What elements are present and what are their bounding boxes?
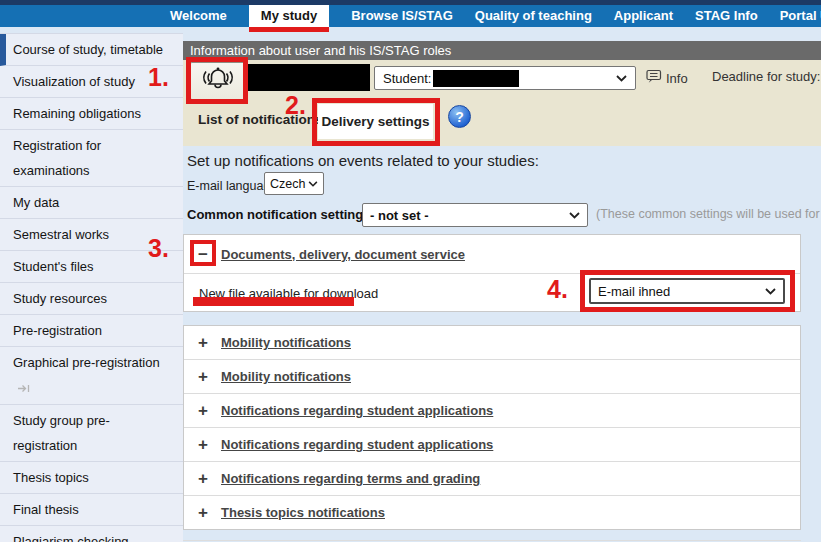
section-row-student-applications-1[interactable]: +Notifications regarding student applica… bbox=[184, 393, 800, 427]
setup-notifications-heading: Set up notifications on events related t… bbox=[187, 152, 539, 169]
email-language-select[interactable]: Czech bbox=[264, 172, 324, 195]
new-file-delivery-value: E-mail ihned bbox=[598, 284, 670, 299]
section-link[interactable]: Mobility notifications bbox=[221, 335, 351, 350]
sidebar-menu: Course of study, timetable Visualization… bbox=[0, 33, 183, 542]
nav-tab-stag-info[interactable]: STAG Info bbox=[695, 5, 758, 27]
section-link[interactable]: Mobility notifications bbox=[221, 369, 351, 384]
chevron-down-icon bbox=[569, 212, 580, 219]
common-settings-label: Common notification settings: bbox=[187, 207, 375, 222]
sidebar-item-study-group-pre-registration[interactable]: Study group pre-registration bbox=[0, 405, 183, 462]
sidebar-item-study-resources[interactable]: Study resources bbox=[0, 283, 183, 315]
collapse-minus-icon[interactable]: − bbox=[193, 246, 213, 263]
sidebar-item-final-thesis[interactable]: Final thesis bbox=[0, 494, 183, 526]
main-navigation: Welcome My study Browse IS/STAG Quality … bbox=[0, 5, 821, 27]
chevron-down-icon bbox=[616, 75, 627, 82]
bell-icon bbox=[198, 65, 238, 97]
expand-plus-icon[interactable]: + bbox=[193, 402, 213, 419]
common-settings-select[interactable]: - not set - bbox=[362, 203, 588, 227]
external-link-icon bbox=[17, 376, 30, 401]
section-link[interactable]: Thesis topics notifications bbox=[221, 505, 385, 520]
new-file-row-label: New file available for download bbox=[199, 286, 378, 301]
common-settings-note: (These common settings will be used for … bbox=[596, 207, 821, 221]
help-icon[interactable]: ? bbox=[448, 105, 471, 128]
expand-plus-icon[interactable]: + bbox=[193, 334, 213, 351]
expand-plus-icon[interactable]: + bbox=[193, 504, 213, 521]
nav-tab-welcome[interactable]: Welcome bbox=[170, 5, 227, 27]
sidebar-item-my-data[interactable]: My data bbox=[0, 187, 183, 219]
sidebar-item-semestral-works[interactable]: Semestral works bbox=[0, 219, 183, 251]
email-language-value: Czech bbox=[270, 177, 305, 191]
new-file-delivery-select[interactable]: E-mail ihned bbox=[589, 278, 785, 304]
documents-section-link[interactable]: Documents, delivery, document service bbox=[221, 247, 465, 262]
section-link[interactable]: Notifications regarding terms and gradin… bbox=[221, 471, 480, 486]
sidebar-item-remaining-obligations[interactable]: Remaining obligations bbox=[0, 98, 183, 130]
section-row-student-applications-2[interactable]: +Notifications regarding student applica… bbox=[184, 427, 800, 461]
chevron-down-icon bbox=[308, 181, 318, 187]
sidebar-item-course-of-study[interactable]: Course of study, timetable bbox=[0, 34, 183, 66]
chevron-down-icon bbox=[765, 288, 776, 295]
nav-tab-portal-up[interactable]: Portal UP bbox=[780, 5, 821, 27]
collapsed-sections-list: +Mobility notifications +Mobility notifi… bbox=[183, 325, 801, 530]
sidebar-item-graphical-pre-registration[interactable]: Graphical pre-registration bbox=[0, 347, 183, 405]
info-label: Info bbox=[666, 71, 688, 86]
portal-page: Welcome My study Browse IS/STAG Quality … bbox=[0, 0, 821, 542]
expand-plus-icon[interactable]: + bbox=[193, 436, 213, 453]
nav-tab-my-study[interactable]: My study bbox=[249, 5, 329, 27]
sidebar-item-plagiarism-checking[interactable]: Plagiarism checking bbox=[0, 526, 183, 542]
sidebar-item-visualization[interactable]: Visualization of study bbox=[0, 66, 183, 98]
deadline-label: Deadline for study: bbox=[712, 69, 820, 84]
info-link[interactable]: Info bbox=[646, 69, 688, 87]
expand-plus-icon[interactable]: + bbox=[193, 368, 213, 385]
tab-list-of-notifications[interactable]: List of notifications bbox=[198, 112, 323, 127]
nav-tab-quality-of-teaching[interactable]: Quality of teaching bbox=[475, 5, 592, 27]
expand-plus-icon[interactable]: + bbox=[193, 470, 213, 487]
portlet-title: Information about user and his IS/STAG r… bbox=[183, 41, 821, 60]
section-link[interactable]: Notifications regarding student applicat… bbox=[221, 403, 493, 418]
sidebar-item-students-files[interactable]: Student's files bbox=[0, 251, 183, 283]
section-row-mobility-1[interactable]: +Mobility notifications bbox=[184, 326, 800, 359]
redacted-user-name bbox=[245, 64, 370, 91]
sidebar-item-thesis-topics[interactable]: Thesis topics bbox=[0, 462, 183, 494]
sidebar-item-label: Graphical pre-registration bbox=[13, 355, 160, 370]
redacted-student-id bbox=[433, 70, 519, 87]
section-row-mobility-2[interactable]: +Mobility notifications bbox=[184, 359, 800, 393]
section-row-terms-grading[interactable]: +Notifications regarding terms and gradi… bbox=[184, 461, 800, 495]
documents-section: − Documents, delivery, document service … bbox=[183, 234, 801, 312]
divider bbox=[183, 540, 801, 541]
section-row-thesis-topics[interactable]: +Thesis topics notifications bbox=[184, 495, 800, 529]
student-select-value: Student: bbox=[383, 71, 431, 86]
documents-section-header: − Documents, delivery, document service bbox=[184, 235, 800, 274]
nav-tab-applicant[interactable]: Applicant bbox=[614, 5, 673, 27]
sidebar-item-pre-registration[interactable]: Pre-registration bbox=[0, 315, 183, 347]
section-link[interactable]: Notifications regarding student applicat… bbox=[221, 437, 493, 452]
deadline-for-study: Deadline for study:|1. 9 bbox=[712, 69, 821, 84]
sidebar-item-registration-examinations[interactable]: Registration for examinations bbox=[0, 130, 183, 187]
nav-tab-browse-isstag[interactable]: Browse IS/STAG bbox=[351, 5, 453, 27]
notifications-bell-button[interactable] bbox=[189, 62, 246, 100]
tab-delivery-settings[interactable]: Delivery settings bbox=[318, 104, 433, 139]
common-settings-value: - not set - bbox=[370, 208, 429, 223]
speech-bubble-icon bbox=[646, 69, 662, 87]
student-role-select[interactable]: Student: bbox=[374, 66, 636, 90]
